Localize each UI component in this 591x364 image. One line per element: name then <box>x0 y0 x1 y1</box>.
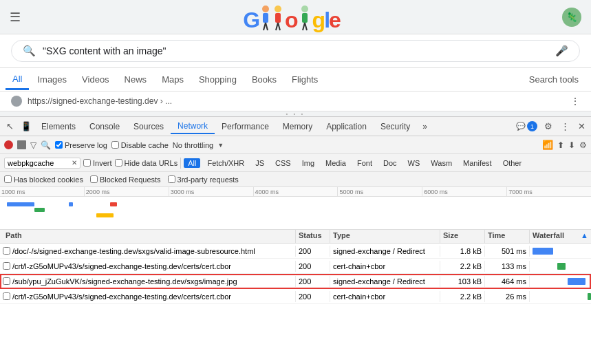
third-party-label[interactable]: 3rd-party requests <box>168 175 239 184</box>
header-waterfall[interactable]: Waterfall▲ <box>530 230 591 243</box>
dt-tab-sources[interactable]: Sources <box>127 120 171 133</box>
download-icon[interactable]: ⬇ <box>568 140 575 150</box>
filter-icon[interactable]: ▽ <box>30 140 36 150</box>
svg-point-8 <box>301 6 308 12</box>
mic-icon[interactable]: 🎤 <box>555 45 568 57</box>
filter-btn-manifest[interactable]: Manifest <box>459 158 496 168</box>
row1-checkbox[interactable] <box>3 247 10 255</box>
devtools-separator[interactable]: • • • <box>0 111 591 116</box>
blocked-requests-checkbox[interactable] <box>90 175 98 183</box>
timeline-bar-1 <box>7 202 34 206</box>
invert-label[interactable]: Invert <box>83 159 112 167</box>
dt-tab-network[interactable]: Network <box>171 119 215 134</box>
row2-checkbox[interactable] <box>3 262 10 270</box>
tick-1: 1000 ms <box>0 187 85 196</box>
timeline-bars <box>0 197 591 230</box>
row1-time: 501 ms <box>485 246 530 257</box>
table-row[interactable]: /sub/ypu_jZuGukVK/s/signed-exchange-test… <box>0 274 591 289</box>
filter-checkbox-row: Has blocked cookies Blocked Requests 3rd… <box>0 172 591 187</box>
filter-btn-fetch[interactable]: Fetch/XHR <box>203 158 248 168</box>
third-party-checkbox[interactable] <box>168 175 175 183</box>
tick-5: 5000 ms <box>338 187 422 196</box>
dt-tab-performance[interactable]: Performance <box>215 120 276 133</box>
filter-input[interactable] <box>8 159 69 167</box>
filter-btn-js[interactable]: JS <box>251 158 268 168</box>
dt-console-badge-btn[interactable]: 💬 1 <box>513 120 540 133</box>
has-blocked-checkbox[interactable] <box>4 175 12 183</box>
row4-checkbox[interactable] <box>3 292 10 300</box>
hide-data-label[interactable]: Hide data URLs <box>115 159 178 167</box>
filter-btn-img[interactable]: Img <box>298 158 319 168</box>
tick-6: 6000 ms <box>422 187 507 196</box>
row3-waterfall <box>530 274 591 289</box>
header-size[interactable]: Size <box>440 230 485 243</box>
header-time[interactable]: Time <box>485 230 530 243</box>
dt-tab-console[interactable]: Console <box>83 120 127 133</box>
table-row[interactable]: /crt/l-zG5oMUPv43/s/signed-exchange-test… <box>0 289 591 304</box>
table-row[interactable]: /doc/-/s/signed-exchange-testing.dev/sxg… <box>0 244 591 259</box>
preserve-log-checkbox[interactable] <box>55 141 63 149</box>
tick-2: 2000 ms <box>85 187 169 196</box>
preserve-log-label[interactable]: Preserve log <box>55 141 107 149</box>
filter-divider <box>180 158 181 169</box>
table-row[interactable]: /crt/l-zG5oMUPv43/s/signed-exchange-test… <box>0 259 591 274</box>
disable-cache-checkbox[interactable] <box>111 141 119 149</box>
row3-type: signed-exchange / Redirect <box>330 276 440 287</box>
record-button[interactable] <box>4 140 13 149</box>
hide-data-checkbox[interactable] <box>115 159 122 167</box>
dt-tab-application[interactable]: Application <box>319 120 374 133</box>
dt-more-tabs[interactable]: » <box>417 120 433 133</box>
header-type[interactable]: Type <box>330 230 440 243</box>
hamburger-icon[interactable]: ☰ <box>10 10 21 25</box>
dt-tab-memory[interactable]: Memory <box>276 120 319 133</box>
dt-gear-icon[interactable]: ⚙ <box>579 140 587 150</box>
search-tools-btn[interactable]: Search tools <box>522 70 585 89</box>
result-more-icon[interactable]: ⋮ <box>570 96 580 107</box>
dt-close-icon[interactable]: ✕ <box>573 118 590 135</box>
tab-images[interactable]: Images <box>30 70 74 89</box>
filter-btn-media[interactable]: Media <box>321 158 350 168</box>
filter-btn-other[interactable]: Other <box>499 158 526 168</box>
has-blocked-label[interactable]: Has blocked cookies <box>4 175 83 184</box>
filter-btn-font[interactable]: Font <box>353 158 376 168</box>
dt-tab-security[interactable]: Security <box>374 120 417 133</box>
timeline-bar-4 <box>96 213 114 217</box>
svg-point-4 <box>275 6 281 12</box>
filter-clear-icon[interactable]: ✕ <box>72 159 77 167</box>
header-path[interactable]: Path <box>0 230 296 243</box>
disable-cache-label[interactable]: Disable cache <box>111 141 169 149</box>
dt-more-icon[interactable]: ⋮ <box>557 118 573 135</box>
header-status[interactable]: Status <box>296 230 330 243</box>
tab-books[interactable]: Books <box>245 70 283 89</box>
filter-btn-ws[interactable]: WS <box>404 158 425 168</box>
row3-checkbox[interactable] <box>3 277 10 285</box>
search-bar-area: 🔍 "SXG content with an image" 🎤 <box>0 34 591 68</box>
filter-btn-doc[interactable]: Doc <box>379 158 401 168</box>
upload-icon[interactable]: ⬆ <box>557 140 564 150</box>
stop-button[interactable] <box>17 140 26 149</box>
filter-btn-all[interactable]: All <box>184 158 200 168</box>
row1-path: /doc/-/s/signed-exchange-testing.dev/sxg… <box>0 246 296 257</box>
tab-maps[interactable]: Maps <box>155 70 191 89</box>
filter-btn-wasm[interactable]: Wasm <box>427 158 456 168</box>
dt-mobile-icon[interactable]: 📱 <box>18 118 34 135</box>
tab-videos[interactable]: Videos <box>75 70 116 89</box>
invert-checkbox[interactable] <box>83 159 91 167</box>
tab-shopping[interactable]: Shopping <box>192 70 244 89</box>
blocked-requests-label[interactable]: Blocked Requests <box>90 175 161 184</box>
timeline-area: 1000 ms 2000 ms 3000 ms 4000 ms 5000 ms … <box>0 187 591 230</box>
svg-line-3 <box>266 23 268 30</box>
tab-news[interactable]: News <box>118 70 154 89</box>
dt-settings-icon[interactable]: ⚙ <box>540 118 557 135</box>
tab-all[interactable]: All <box>6 69 29 90</box>
dt-cursor-icon[interactable]: ↖ <box>1 118 18 135</box>
row2-size: 2.2 kB <box>440 261 485 272</box>
filter-btn-css[interactable]: CSS <box>271 158 295 168</box>
dt-tab-elements[interactable]: Elements <box>34 120 83 133</box>
filter-bar: ✕ Invert Hide data URLs All Fetch/XHR JS… <box>0 154 591 172</box>
profile-avatar[interactable]: 🦎 <box>562 8 581 27</box>
throttle-select[interactable]: No throttling <box>173 141 213 149</box>
search-network-icon[interactable]: 🔍 <box>41 140 51 150</box>
tab-flights[interactable]: Flights <box>285 70 325 89</box>
result-favicon <box>11 96 22 107</box>
